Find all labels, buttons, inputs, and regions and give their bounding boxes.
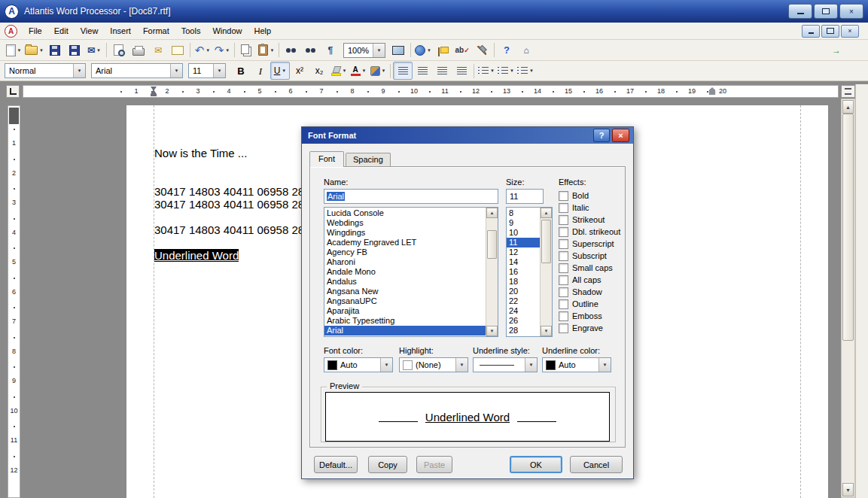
font-option-wingdings[interactable]: Wingdings [324,228,486,238]
font-option-aparajita[interactable]: Aparajita [324,306,486,316]
print-button[interactable] [129,41,148,59]
chevron-down-icon[interactable]: ▼ [343,68,347,73]
chevron-down-icon[interactable]: ▼ [362,68,367,73]
scroll-up-button[interactable]: ▲ [842,100,854,114]
size-option-9[interactable]: 9 [507,218,541,228]
checkbox-icon[interactable] [559,287,568,297]
checkbox-icon[interactable] [559,311,568,321]
chevron-down-icon[interactable]: ▼ [510,68,514,73]
help-button[interactable]: ? [497,41,516,59]
underline-button[interactable]: U▼ [270,62,290,80]
left-indent-marker[interactable] [151,94,157,96]
scroll-thumb[interactable] [541,220,551,263]
font-option-andale-mono[interactable]: Andale Mono [324,267,486,277]
font-color-combo[interactable]: Auto ▼ [324,357,393,372]
labels-button[interactable] [168,41,187,59]
chevron-down-icon[interactable]: ▼ [270,48,274,53]
checkbox-icon[interactable] [559,191,568,201]
envelope-button[interactable]: ✉ [148,41,168,59]
home-button[interactable]: ⌂ [516,41,536,59]
tab-stop-selector[interactable] [6,85,20,98]
font-size-combo[interactable]: 11 ▼ [188,63,226,78]
chevron-down-icon[interactable]: ▼ [170,64,182,77]
copy-button[interactable]: Copy [368,456,407,473]
scroll-down-button[interactable]: ▼ [486,326,498,336]
scroll-down-button[interactable]: ▼ [541,326,552,336]
font-option-webdings[interactable]: Webdings [324,218,486,228]
size-option-14[interactable]: 14 [507,257,541,267]
effect-emboss[interactable]: Emboss [559,310,623,322]
align-justify-button[interactable] [452,62,471,80]
dialog-close-button[interactable]: × [612,129,629,142]
scroll-down-button[interactable]: ▼ [842,483,854,496]
scroll-thumb[interactable] [487,230,497,259]
paste-button[interactable]: ▼ [257,41,276,59]
redo-button[interactable]: ↷▼ [212,41,232,59]
checkbox-icon[interactable] [559,299,568,309]
menu-format[interactable]: Format [137,24,175,38]
ok-button[interactable]: OK [510,456,562,473]
chevron-down-icon[interactable]: ▼ [17,48,22,53]
bookmark-button[interactable] [433,41,452,59]
underline-color-combo[interactable]: Auto ▼ [542,357,611,372]
menu-view[interactable]: View [75,24,105,38]
effect-outline[interactable]: Outline [559,298,623,310]
highlight-button[interactable]: ▼ [329,62,349,80]
scroll-up-button[interactable]: ▲ [486,208,498,218]
size-option-20[interactable]: 20 [507,287,541,296]
chevron-down-icon[interactable]: ▼ [206,48,210,53]
effect-engrave[interactable]: Engrave [559,322,623,334]
chevron-down-icon[interactable]: ▼ [490,68,495,73]
chevron-down-icon[interactable]: ▼ [282,68,286,73]
close-button[interactable]: × [839,4,863,19]
chevron-down-icon[interactable]: ▼ [96,48,101,53]
font-option-angsanaupc[interactable]: AngsanaUPC [324,296,486,306]
style-combo[interactable]: Normal ▼ [5,63,86,78]
menu-help[interactable]: Help [248,24,278,38]
effect-small-caps[interactable]: Small caps [559,262,623,274]
menu-window[interactable]: Window [206,24,248,38]
size-option-16[interactable]: 16 [507,267,541,277]
find-button[interactable] [282,41,301,59]
format-brush-button[interactable]: ▼ [368,62,388,80]
size-option-26[interactable]: 26 [507,316,541,326]
font-option-academy-engraved-let[interactable]: Academy Engraved LET [324,238,486,247]
chevron-down-icon[interactable]: ▼ [73,64,85,77]
chevron-down-icon[interactable]: ▼ [529,68,534,73]
tab-font[interactable]: Font [309,151,344,167]
default-button[interactable]: Default... [314,456,358,473]
new-document-button[interactable]: ▼ [4,41,23,59]
chevron-down-icon[interactable]: ▼ [382,68,386,73]
titlebar[interactable]: A Atlantis Word Processor - [Doc87.rtf] … [0,0,868,23]
font-list-scrollbar[interactable]: ▲ ▼ [486,208,498,336]
checkbox-icon[interactable] [559,227,568,237]
insert-web-object-button[interactable]: ▼ [413,41,433,59]
italic-button[interactable]: I [251,62,270,80]
cancel-button[interactable]: Cancel [570,456,623,473]
checkbox-icon[interactable] [559,203,568,213]
effect-superscript[interactable]: Superscript [559,238,623,250]
underline-style-combo[interactable]: ▼ [473,357,538,372]
autocorrect-button[interactable] [472,41,492,59]
checkbox-icon[interactable] [559,251,568,261]
bullets-button[interactable]: ▼ [477,62,496,80]
effect-all-caps[interactable]: All caps [559,274,623,286]
checkbox-icon[interactable] [559,215,568,225]
tab-spacing[interactable]: Spacing [346,153,391,166]
superscript-button[interactable]: x² [290,62,309,80]
chevron-down-icon[interactable]: ▼ [380,358,392,372]
chevron-down-icon[interactable]: ▼ [225,48,230,53]
checkbox-icon[interactable] [559,239,568,249]
font-option-agency-fb[interactable]: Agency FB [324,247,486,257]
menu-insert[interactable]: Insert [104,24,137,38]
customize-toolbar-button[interactable]: → [827,41,846,59]
open-button[interactable]: ▼ [23,41,45,59]
size-option-11[interactable]: 11 [507,238,541,247]
menu-edit[interactable]: Edit [48,24,75,38]
document-restore-button[interactable] [821,25,839,38]
align-center-button[interactable] [413,62,432,80]
undo-button[interactable]: ↶▼ [193,41,212,59]
size-option-22[interactable]: 22 [507,296,541,306]
formatting-marks-button[interactable]: ¶ [321,41,340,59]
chevron-down-icon[interactable]: ▼ [598,358,611,372]
